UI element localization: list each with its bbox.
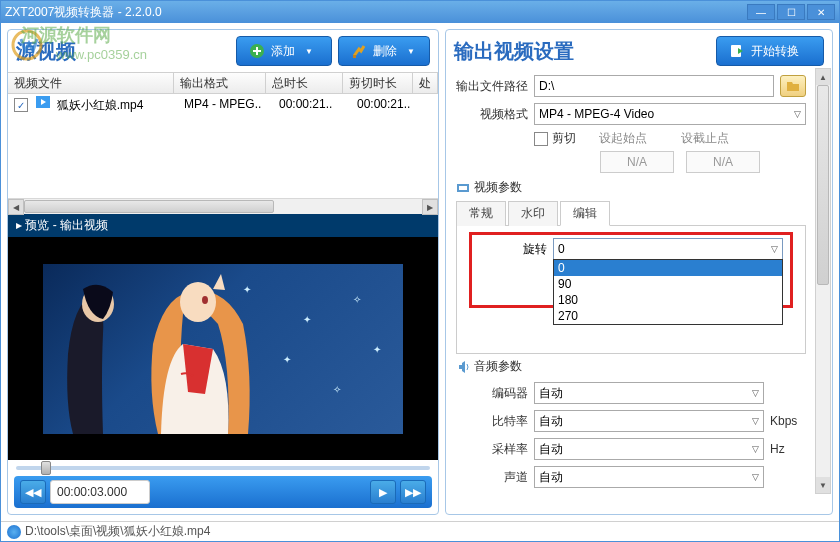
video-file-icon: [35, 95, 51, 109]
hz-unit: Hz: [770, 442, 806, 456]
samplerate-select[interactable]: 自动▽: [534, 438, 764, 460]
video-tabs: 常规 水印 编辑: [456, 200, 806, 226]
encoder-select[interactable]: 自动▽: [534, 382, 764, 404]
row-duration: 00:00:21..: [273, 97, 351, 111]
col-progress[interactable]: 处: [413, 73, 438, 93]
preview-area: ✦ ✦ ✧ ✦ ✧ ✦: [8, 237, 438, 460]
caret-down-icon: ▼: [407, 47, 415, 56]
scroll-left-button[interactable]: ◀: [8, 199, 24, 215]
col-file[interactable]: 视频文件: [8, 73, 174, 93]
status-path: D:\tools\桌面\视频\狐妖小红娘.mp4: [25, 523, 210, 540]
encoder-label: 编码器: [456, 385, 528, 402]
caret-down-icon: ▼: [305, 47, 313, 56]
caret-down-icon: ▽: [752, 388, 759, 398]
scroll-right-button[interactable]: ▶: [422, 199, 438, 215]
table-row[interactable]: ✓ 狐妖小红娘.mp4 MP4 - MPEG.. 00:00:21.. 00:0…: [8, 94, 438, 114]
delete-label: 删除: [373, 43, 397, 60]
svg-point-7: [202, 296, 208, 304]
svg-point-6: [180, 282, 216, 322]
window-title: ZXT2007视频转换器 - 2.2.0.0: [5, 4, 745, 21]
caret-down-icon: ▽: [752, 472, 759, 482]
preview-frame: ✦ ✦ ✧ ✦ ✧ ✦: [43, 264, 403, 434]
vscroll-thumb[interactable]: [817, 85, 829, 285]
cut-checkbox[interactable]: 剪切: [534, 130, 576, 147]
start-convert-button[interactable]: 开始转换: [716, 36, 824, 66]
player-controls: ◀◀ 00:00:03.000 ▶ ▶▶: [14, 476, 432, 508]
col-duration[interactable]: 总时长: [266, 73, 342, 93]
play-button[interactable]: ▶: [370, 480, 396, 504]
row-format: MP4 - MPEG..: [178, 97, 273, 111]
cut-label: 剪切: [552, 130, 576, 147]
row-checkbox[interactable]: ✓: [14, 98, 28, 112]
table-header: 视频文件 输出格式 总时长 剪切时长 处: [8, 72, 438, 94]
rotate-option-270[interactable]: 270: [554, 308, 782, 324]
bitrate-select[interactable]: 自动▽: [534, 410, 764, 432]
table-body[interactable]: ✓ 狐妖小红娘.mp4 MP4 - MPEG.. 00:00:21.. 00:0…: [8, 94, 438, 198]
audio-params-header: 音频参数: [446, 354, 816, 379]
channel-select[interactable]: 自动▽: [534, 466, 764, 488]
output-title: 输出视频设置: [454, 38, 708, 65]
kbps-unit: Kbps: [770, 414, 806, 428]
col-format[interactable]: 输出格式: [174, 73, 267, 93]
add-button[interactable]: 添加 ▼: [236, 36, 332, 66]
caret-down-icon: ▽: [771, 244, 778, 254]
source-title: 源视频: [16, 38, 230, 65]
vertical-scrollbar[interactable]: ▲ ▼: [815, 68, 831, 494]
video-params-icon: [456, 181, 470, 195]
startpoint-label: 设起始点: [588, 130, 658, 147]
scroll-thumb[interactable]: [24, 200, 274, 213]
tab-watermark[interactable]: 水印: [508, 201, 558, 226]
rotate-option-90[interactable]: 90: [554, 276, 782, 292]
horizontal-scrollbar[interactable]: ◀ ▶: [8, 198, 438, 214]
row-filename: 狐妖小红娘.mp4: [57, 98, 144, 112]
close-button[interactable]: ✕: [807, 4, 835, 20]
start-label: 开始转换: [751, 43, 799, 60]
preview-header[interactable]: ▸ 预览 - 输出视频: [8, 214, 438, 237]
rotate-dropdown[interactable]: 0 ▽ 0 90 180 270: [553, 238, 783, 260]
endpoint-input[interactable]: [686, 151, 760, 173]
scroll-up-button[interactable]: ▲: [816, 69, 830, 85]
source-panel: 源视频 添加 ▼ 删除 ▼ 视频文件 输出格式 总时长 剪切时长 处: [7, 29, 439, 515]
samplerate-label: 采样率: [456, 441, 528, 458]
titlebar: ZXT2007视频转换器 - 2.2.0.0 — ☐ ✕: [1, 1, 839, 23]
col-cut-duration[interactable]: 剪切时长: [343, 73, 413, 93]
watermark-logo-icon: [11, 29, 43, 61]
tab-edit[interactable]: 编辑: [560, 201, 610, 226]
time-display: 00:00:03.000: [50, 480, 150, 504]
video-params-header: 视频参数: [446, 175, 816, 200]
outpath-input[interactable]: [534, 75, 774, 97]
row-cut: 00:00:21..: [351, 97, 423, 111]
seek-row: [8, 460, 438, 476]
outpath-label: 输出文件路径: [456, 78, 528, 95]
format-select[interactable]: MP4 - MPEG-4 Video ▽: [534, 103, 806, 125]
channel-label: 声道: [456, 469, 528, 486]
rotate-label: 旋转: [507, 238, 547, 258]
minimize-button[interactable]: —: [747, 4, 775, 20]
svg-rect-11: [459, 186, 467, 190]
audio-params-icon: [456, 360, 470, 374]
browse-button[interactable]: [780, 75, 806, 97]
scroll-down-button[interactable]: ▼: [816, 477, 830, 493]
rewind-button[interactable]: ◀◀: [20, 480, 46, 504]
svg-rect-2: [353, 55, 356, 58]
status-icon: [7, 525, 21, 539]
seek-slider[interactable]: [16, 466, 430, 470]
caret-down-icon: ▽: [752, 416, 759, 426]
format-label: 视频格式: [456, 106, 528, 123]
add-icon: [249, 43, 265, 59]
delete-button[interactable]: 删除 ▼: [338, 36, 430, 66]
caret-down-icon: ▽: [794, 109, 801, 119]
startpoint-input[interactable]: [600, 151, 674, 173]
rotate-option-0[interactable]: 0: [554, 260, 782, 276]
seek-thumb[interactable]: [41, 461, 51, 475]
convert-icon: [729, 43, 745, 59]
delete-icon: [351, 43, 367, 59]
rotate-option-180[interactable]: 180: [554, 292, 782, 308]
output-panel: 输出视频设置 开始转换 输出文件路径 视频格式 MP4 -: [445, 29, 833, 515]
tab-general[interactable]: 常规: [456, 201, 506, 226]
add-label: 添加: [271, 43, 295, 60]
maximize-button[interactable]: ☐: [777, 4, 805, 20]
format-value: MP4 - MPEG-4 Video: [539, 107, 654, 121]
character-2: [133, 264, 273, 434]
forward-button[interactable]: ▶▶: [400, 480, 426, 504]
